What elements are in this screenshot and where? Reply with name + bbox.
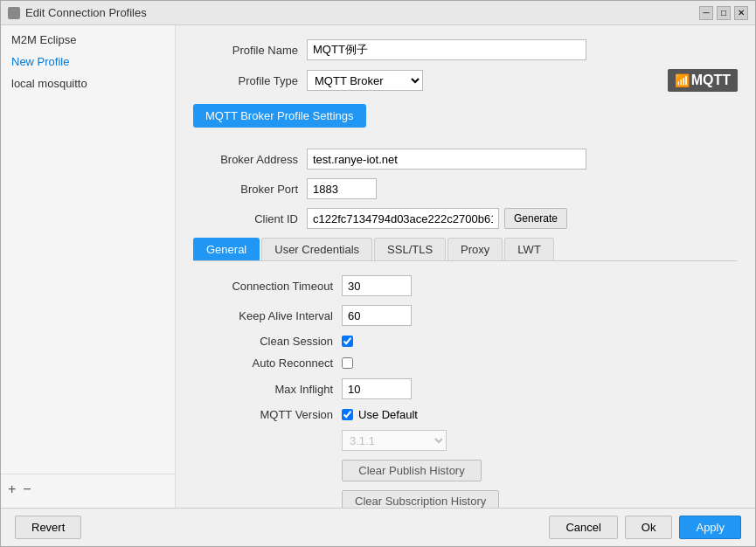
- broker-port-row: Broker Port: [193, 178, 738, 199]
- add-profile-button[interactable]: +: [8, 481, 16, 497]
- broker-address-label: Broker Address: [193, 153, 298, 166]
- sidebar-item-local-mosquitto[interactable]: local mosquitto: [1, 73, 175, 94]
- mqtt-version-use-default-checkbox[interactable]: [342, 409, 353, 420]
- mqtt-version-dropdown-row: 3.1.1 3.1 5.0: [193, 430, 738, 451]
- broker-port-input[interactable]: [307, 178, 377, 199]
- mqtt-logo-box: 📶 MQTT: [668, 69, 738, 92]
- profile-type-row: Profile Type MQTT Broker MQTT Subscriber…: [193, 69, 738, 92]
- max-inflight-label: Max Inflight: [193, 383, 333, 396]
- clear-publish-button[interactable]: Clear Publish History: [342, 460, 482, 481]
- broker-port-label: Broker Port: [193, 183, 298, 196]
- keep-alive-row: Keep Alive Interval: [193, 305, 738, 326]
- tab-user-credentials[interactable]: User Credentials: [261, 238, 372, 260]
- profile-type-select[interactable]: MQTT Broker MQTT Subscriber: [307, 70, 423, 91]
- tab-proxy[interactable]: Proxy: [447, 238, 503, 260]
- bottom-bar: Revert Cancel Ok Apply: [1, 508, 755, 546]
- clear-publish-row: Clear Publish History: [193, 460, 738, 481]
- profile-name-label: Profile Name: [193, 44, 298, 57]
- remove-profile-button[interactable]: −: [23, 481, 31, 497]
- max-inflight-row: Max Inflight: [193, 378, 738, 399]
- mqtt-version-label: MQTT Version: [193, 408, 333, 421]
- main-area: M2M Eclipse New Profile local mosquitto …: [1, 25, 755, 508]
- client-id-input[interactable]: [307, 208, 499, 229]
- bottom-right-buttons: Cancel Ok Apply: [549, 516, 741, 539]
- tab-ssl-tls[interactable]: SSL/TLS: [374, 238, 446, 260]
- connection-timeout-label: Connection Timeout: [193, 280, 333, 293]
- ok-button[interactable]: Ok: [625, 516, 673, 539]
- auto-reconnect-row: Auto Reconnect: [193, 357, 738, 370]
- tab-general[interactable]: General: [193, 238, 260, 260]
- keep-alive-input[interactable]: [342, 305, 412, 326]
- generate-button[interactable]: Generate: [504, 208, 567, 229]
- profile-name-input[interactable]: [307, 39, 586, 60]
- section-btn-row: MQTT Broker Profile Settings: [193, 100, 738, 140]
- revert-button[interactable]: Revert: [15, 516, 81, 539]
- broker-profile-settings-button[interactable]: MQTT Broker Profile Settings: [193, 104, 366, 128]
- profile-type-label: Profile Type: [193, 74, 298, 87]
- close-button[interactable]: ✕: [734, 6, 748, 20]
- tab-lwt[interactable]: LWT: [504, 238, 553, 260]
- clean-session-row: Clean Session: [193, 335, 738, 348]
- profile-name-row: Profile Name: [193, 39, 738, 60]
- cancel-button[interactable]: Cancel: [549, 516, 617, 539]
- title-bar: Edit Connection Profiles ─ □ ✕: [1, 1, 755, 25]
- maximize-button[interactable]: □: [717, 6, 731, 20]
- mqtt-version-select: 3.1.1 3.1 5.0: [342, 430, 447, 451]
- tabs: General User Credentials SSL/TLS Proxy L…: [193, 238, 738, 261]
- clean-session-label: Clean Session: [193, 335, 333, 348]
- client-id-label: Client ID: [193, 212, 298, 225]
- sidebar: M2M Eclipse New Profile local mosquitto …: [1, 25, 176, 508]
- general-tab-content: Connection Timeout Keep Alive Interval C…: [193, 275, 738, 508]
- client-id-row: Client ID Generate: [193, 208, 738, 229]
- keep-alive-label: Keep Alive Interval: [193, 309, 333, 322]
- sidebar-item-m2m-eclipse[interactable]: M2M Eclipse: [1, 29, 175, 51]
- mqtt-logo: 📶 MQTT: [668, 69, 738, 92]
- sidebar-item-new-profile[interactable]: New Profile: [1, 51, 175, 73]
- title-bar-left: Edit Connection Profiles: [8, 6, 147, 19]
- clear-subscription-row: Clear Subscription History: [193, 490, 738, 508]
- app-icon: [8, 7, 20, 19]
- mqtt-logo-text: MQTT: [691, 73, 731, 88]
- clear-subscription-button[interactable]: Clear Subscription History: [342, 490, 499, 508]
- mqtt-version-use-default-label: Use Default: [358, 408, 418, 421]
- clean-session-checkbox[interactable]: [342, 336, 353, 347]
- main-window: Edit Connection Profiles ─ □ ✕ M2M Eclip…: [0, 0, 756, 547]
- connection-timeout-input[interactable]: [342, 275, 412, 296]
- content-area: Profile Name Profile Type MQTT Broker MQ…: [176, 25, 755, 508]
- title-bar-controls: ─ □ ✕: [699, 6, 748, 20]
- broker-address-input[interactable]: [307, 149, 586, 170]
- window-title: Edit Connection Profiles: [25, 6, 147, 19]
- auto-reconnect-checkbox[interactable]: [342, 357, 353, 369]
- auto-reconnect-label: Auto Reconnect: [193, 357, 333, 370]
- mqtt-version-row: MQTT Version Use Default: [193, 408, 738, 421]
- apply-button[interactable]: Apply: [679, 516, 741, 539]
- minimize-button[interactable]: ─: [699, 6, 713, 20]
- connection-timeout-row: Connection Timeout: [193, 275, 738, 296]
- sidebar-bottom: + −: [1, 474, 175, 504]
- max-inflight-input[interactable]: [342, 378, 412, 399]
- mqtt-version-controls: Use Default: [342, 408, 418, 421]
- broker-address-row: Broker Address: [193, 149, 738, 170]
